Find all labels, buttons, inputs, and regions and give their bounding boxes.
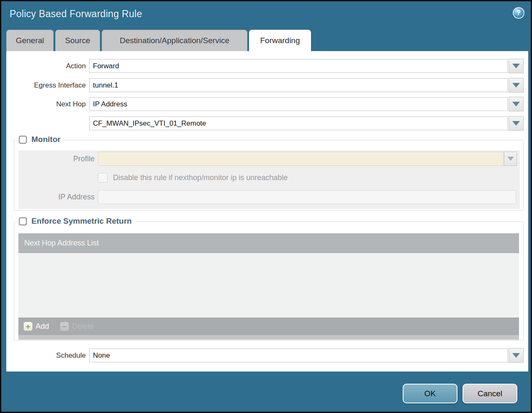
tab-source[interactable]: Source — [55, 30, 100, 51]
monitor-ip-address-row: IP Address — [18, 190, 517, 204]
monitor-checkbox[interactable] — [19, 136, 27, 144]
action-label: Action — [6, 62, 89, 70]
monitor-disable-rule-checkbox — [98, 173, 108, 183]
egress-interface-dropdown-button[interactable] — [509, 78, 524, 93]
tab-destination-application-service[interactable]: Destination/Application/Service — [102, 30, 247, 51]
egress-interface-select[interactable]: tunnel.1 — [89, 78, 508, 92]
monitor-profile-select — [98, 152, 504, 166]
next-hop-address-list-header-label: Next Hop Address List — [24, 239, 99, 248]
chevron-down-icon — [512, 102, 520, 106]
chevron-down-icon — [512, 83, 520, 88]
chevron-down-icon — [512, 64, 520, 68]
tab-source-label: Source — [65, 36, 90, 45]
tab-destination-application-service-label: Destination/Application/Service — [120, 36, 229, 45]
next-hop-address-dropdown-button[interactable] — [509, 116, 524, 131]
dialog-title: Policy Based Forwarding Rule — [10, 8, 142, 20]
tab-general-label: General — [16, 36, 44, 45]
monitor-label: Monitor — [31, 135, 61, 144]
chevron-down-icon — [512, 121, 520, 126]
egress-interface-row: Egress Interface tunnel.1 — [6, 78, 524, 92]
schedule-select[interactable]: None — [89, 348, 508, 362]
cancel-button[interactable]: Cancel — [463, 384, 517, 403]
tab-bar: General Source Destination/Application/S… — [6, 30, 313, 51]
enforce-symmetric-return-checkbox[interactable] — [19, 217, 27, 225]
action-select[interactable]: Forward — [89, 59, 508, 73]
add-button-label: Add — [36, 322, 49, 331]
monitor-disable-rule-label: Disable this rule if nexthop/monitor ip … — [113, 173, 288, 182]
monitor-disabled-panel: Profile Disable this rule if nexthop/mon… — [18, 150, 520, 209]
tab-content-forwarding: Action Forward Egress Interface tunnel.1… — [6, 51, 528, 372]
next-hop-type-dropdown-button[interactable] — [509, 97, 524, 111]
tab-forwarding-label: Forwarding — [260, 36, 300, 45]
action-dropdown-button[interactable] — [509, 59, 524, 73]
monitor-profile-label: Profile — [18, 155, 98, 163]
help-icon[interactable]: ? — [513, 7, 524, 19]
monitor-ip-address-label: IP Address — [18, 193, 98, 201]
delete-button: − Delete — [60, 322, 94, 331]
next-hop-address-list-toolbar: + Add − Delete — [18, 317, 519, 335]
next-hop-address-select[interactable]: CF_MWAN_IPsec_VTI_01_Remote — [89, 116, 508, 130]
action-row: Action Forward — [6, 59, 524, 73]
add-plus-icon: + — [23, 322, 33, 331]
next-hop-address-row: CF_MWAN_IPsec_VTI_01_Remote — [6, 116, 524, 130]
chevron-down-icon — [507, 157, 514, 161]
monitor-ip-address-input — [98, 190, 516, 204]
enforce-symmetric-return-legend: Enforce Symmetric Return — [18, 217, 135, 226]
chevron-down-icon — [512, 353, 520, 358]
add-button[interactable]: + Add — [23, 322, 49, 331]
pbf-rule-dialog: Policy Based Forwarding Rule ? General S… — [0, 0, 532, 413]
delete-button-label: Delete — [72, 322, 94, 331]
delete-minus-icon: − — [60, 322, 69, 331]
monitor-section: Monitor Profile Disable this rule if nex… — [14, 140, 524, 211]
enforce-symmetric-return-label: Enforce Symmetric Return — [31, 217, 132, 226]
next-hop-address-list-table: Next Hop Address List + Add − Delete — [18, 233, 519, 340]
next-hop-type-select[interactable]: IP Address — [89, 97, 508, 111]
tab-forwarding[interactable]: Forwarding — [249, 30, 311, 51]
monitor-disable-rule-row: Disable this rule if nexthop/monitor ip … — [98, 171, 520, 184]
next-hop-label: Next Hop — [6, 100, 89, 108]
enforce-symmetric-return-section: Enforce Symmetric Return Next Hop Addres… — [14, 222, 524, 341]
monitor-legend: Monitor — [18, 135, 64, 144]
schedule-dropdown-button[interactable] — [509, 348, 524, 363]
next-hop-address-list-body[interactable] — [18, 253, 519, 317]
schedule-label: Schedule — [6, 351, 89, 360]
next-hop-address-list-header: Next Hop Address List — [18, 233, 519, 253]
ok-button[interactable]: OK — [403, 384, 457, 403]
monitor-profile-row: Profile — [18, 152, 517, 166]
schedule-row: Schedule None — [6, 348, 524, 362]
dialog-titlebar: Policy Based Forwarding Rule ? — [1, 1, 531, 27]
monitor-profile-dropdown-button — [504, 152, 517, 166]
next-hop-row: Next Hop IP Address — [6, 97, 524, 111]
next-hop-address-list-bottom-strip — [18, 335, 519, 340]
tab-general[interactable]: General — [6, 30, 54, 51]
egress-interface-label: Egress Interface — [6, 81, 89, 90]
